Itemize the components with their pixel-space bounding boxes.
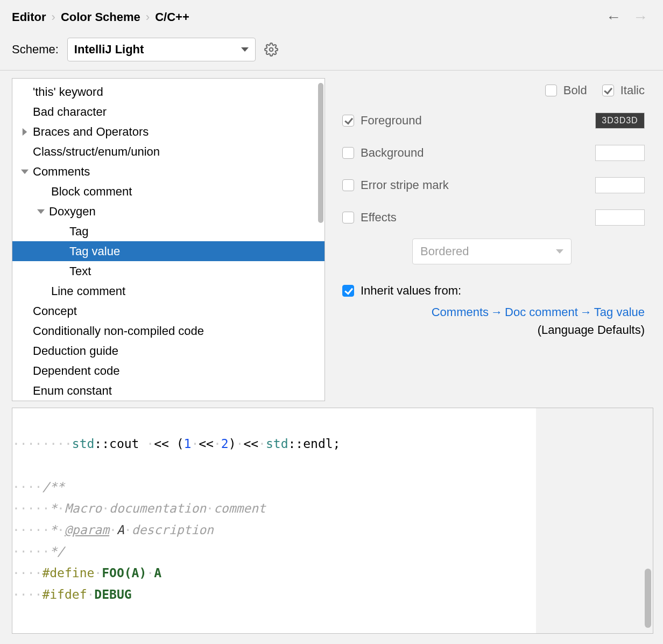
arrow-icon: → [578,305,594,319]
error-stripe-label: Error stripe mark [361,178,449,192]
tree-item-braces[interactable]: Braces and Operators [12,122,325,142]
italic-checkbox[interactable] [602,85,614,96]
tree-item-doxygen[interactable]: Doxygen [12,201,325,221]
crumb-editor[interactable]: Editor [12,10,46,24]
scrollbar[interactable] [318,83,323,223]
preview-gutter [536,408,653,634]
inherit-checkbox[interactable] [342,285,354,297]
tree-item-line-comment[interactable]: Line comment [12,281,325,301]
svg-point-0 [270,48,273,52]
bold-label: Bold [563,83,587,97]
inherit-link-doc-comment[interactable]: Doc comment [505,305,578,319]
back-arrow-icon[interactable]: ← [603,10,624,25]
crumb-sep: › [146,10,150,24]
attribute-details: Bold Italic Foreground 3D3D3D Background [342,78,653,401]
bold-checkbox[interactable] [545,85,557,96]
tree-item-tag[interactable]: Tag [12,221,325,241]
scheme-value: IntelliJ Light [74,43,144,57]
foreground-checkbox[interactable] [342,115,354,127]
tree-item-text[interactable]: Text [12,261,325,281]
tree-item-bad-character[interactable]: Bad character [12,102,325,122]
tree-item-enum-constant[interactable]: Enum constant [12,381,325,401]
tree-item-comments[interactable]: Comments [12,162,325,181]
crumb-sep: › [52,10,55,24]
tree-item-concept[interactable]: Concept [12,301,325,321]
tree-item-this-keyword[interactable]: 'this' keyword [12,82,325,102]
background-label: Background [361,146,424,160]
gear-icon[interactable] [264,43,278,57]
crumb-color-scheme[interactable]: Color Scheme [61,10,140,24]
chevron-down-icon [33,208,49,215]
effects-value: Bordered [420,244,469,258]
tree-item-conditional[interactable]: Conditionally non-compiled code [12,321,325,341]
background-swatch[interactable] [595,145,645,161]
inherit-link-comments[interactable]: Comments [432,305,489,319]
effects-checkbox[interactable] [342,212,354,223]
error-stripe-checkbox[interactable] [342,179,354,191]
foreground-label: Foreground [361,114,422,128]
code-preview[interactable]: ········std::cout ·<< (1·<<·2)·<<·std::e… [12,408,536,634]
crumb-ccpp[interactable]: C/C++ [155,10,189,24]
chevron-down-icon [17,168,33,176]
tree-item-class-struct[interactable]: Class/struct/enum/union [12,142,325,162]
arrow-icon: → [489,305,505,319]
scheme-row: Scheme: IntelliJ Light [0,30,663,71]
error-stripe-swatch[interactable] [595,177,645,193]
effects-label: Effects [361,211,397,225]
scrollbar[interactable] [645,569,651,628]
effects-select[interactable]: Bordered [412,239,572,264]
italic-label: Italic [620,83,645,97]
chevron-right-icon [17,128,33,136]
effects-swatch[interactable] [595,209,645,226]
tree-item-block-comment[interactable]: Block comment [12,181,325,201]
inherit-label: Inherit values from: [361,284,461,298]
tree-item-deduction[interactable]: Deduction guide [12,341,325,361]
background-checkbox[interactable] [342,147,354,159]
chevron-down-icon [556,249,563,254]
scheme-label: Scheme: [12,43,59,57]
lang-defaults-label: (Language Defaults) [538,323,645,337]
foreground-swatch[interactable]: 3D3D3D [595,113,645,129]
scheme-select[interactable]: IntelliJ Light [67,38,256,61]
attribute-tree: 'this' keyword Bad character Braces and … [12,78,325,401]
breadcrumb: Editor › Color Scheme › C/C++ ← → [0,0,663,30]
tree-item-dependent[interactable]: Dependent code [12,361,325,381]
chevron-down-icon [241,47,249,52]
tree-item-tag-value[interactable]: Tag value [12,241,325,261]
inherit-link-tag-value[interactable]: Tag value [594,305,645,319]
forward-arrow-icon: → [630,10,651,25]
